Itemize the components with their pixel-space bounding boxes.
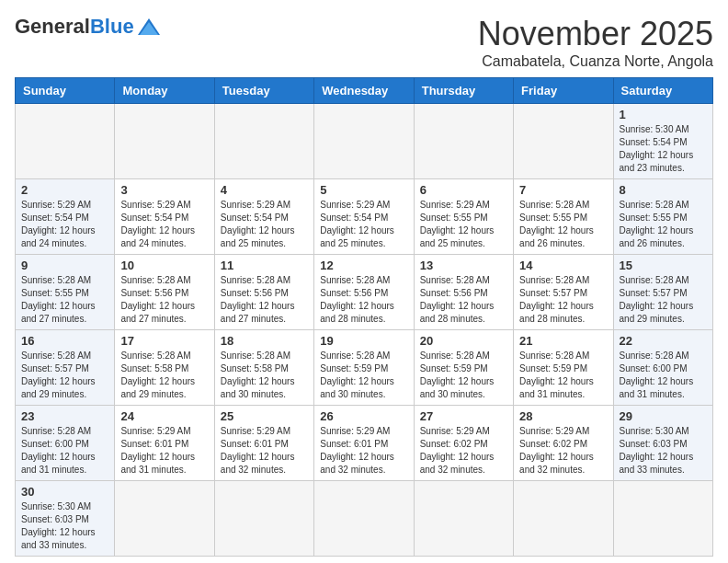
calendar-table: Sunday Monday Tuesday Wednesday Thursday… bbox=[15, 77, 713, 557]
day-12: 12 Sunrise: 5:28 AM Sunset: 5:56 PM Dayl… bbox=[314, 255, 414, 330]
day-13: 13 Sunrise: 5:28 AM Sunset: 5:56 PM Dayl… bbox=[414, 255, 513, 330]
day-18: 18 Sunrise: 5:28 AM Sunset: 5:58 PM Dayl… bbox=[214, 330, 313, 406]
empty-cell bbox=[16, 104, 115, 179]
logo-icon bbox=[136, 17, 162, 37]
day-6: 6 Sunrise: 5:29 AM Sunset: 5:55 PM Dayli… bbox=[414, 179, 513, 255]
week-row-6: 30 Sunrise: 5:30 AM Sunset: 6:03 PM Dayl… bbox=[16, 481, 713, 557]
empty-cell bbox=[414, 481, 513, 557]
title-area: November 2025 Camabatela, Cuanza Norte, … bbox=[478, 15, 713, 70]
day-10: 10 Sunrise: 5:28 AM Sunset: 5:56 PM Dayl… bbox=[115, 255, 214, 330]
day-28: 28 Sunrise: 5:29 AM Sunset: 6:02 PM Dayl… bbox=[514, 406, 613, 481]
week-row-3: 9 Sunrise: 5:28 AM Sunset: 5:55 PM Dayli… bbox=[16, 255, 713, 330]
day-9: 9 Sunrise: 5:28 AM Sunset: 5:55 PM Dayli… bbox=[16, 255, 115, 330]
week-row-4: 16 Sunrise: 5:28 AM Sunset: 5:57 PM Dayl… bbox=[16, 330, 713, 406]
day-17: 17 Sunrise: 5:28 AM Sunset: 5:58 PM Dayl… bbox=[115, 330, 214, 406]
day-22: 22 Sunrise: 5:28 AM Sunset: 6:00 PM Dayl… bbox=[613, 330, 712, 406]
location-subtitle: Camabatela, Cuanza Norte, Angola bbox=[478, 53, 713, 70]
weekday-header-row: Sunday Monday Tuesday Wednesday Thursday… bbox=[16, 78, 713, 104]
day-15: 15 Sunrise: 5:28 AM Sunset: 5:57 PM Dayl… bbox=[613, 255, 712, 330]
header-wednesday: Wednesday bbox=[314, 78, 414, 104]
week-row-2: 2 Sunrise: 5:29 AM Sunset: 5:54 PM Dayli… bbox=[16, 179, 713, 255]
empty-cell bbox=[414, 104, 513, 179]
day-1: 1 Sunrise: 5:30 AM Sunset: 5:54 PM Dayli… bbox=[613, 104, 712, 179]
day-8: 8 Sunrise: 5:28 AM Sunset: 5:55 PM Dayli… bbox=[613, 179, 712, 255]
empty-cell bbox=[514, 104, 613, 179]
logo-general-text: General bbox=[15, 15, 90, 39]
day-11: 11 Sunrise: 5:28 AM Sunset: 5:56 PM Dayl… bbox=[214, 255, 313, 330]
day-23: 23 Sunrise: 5:28 AM Sunset: 6:00 PM Dayl… bbox=[16, 406, 115, 481]
empty-cell bbox=[314, 481, 414, 557]
empty-cell bbox=[115, 481, 214, 557]
header-thursday: Thursday bbox=[414, 78, 513, 104]
empty-cell bbox=[314, 104, 414, 179]
day-30: 30 Sunrise: 5:30 AM Sunset: 6:03 PM Dayl… bbox=[16, 481, 115, 557]
week-row-5: 23 Sunrise: 5:28 AM Sunset: 6:00 PM Dayl… bbox=[16, 406, 713, 481]
header-sunday: Sunday bbox=[16, 78, 115, 104]
day-2: 2 Sunrise: 5:29 AM Sunset: 5:54 PM Dayli… bbox=[16, 179, 115, 255]
month-title: November 2025 bbox=[478, 15, 713, 53]
empty-cell bbox=[613, 481, 712, 557]
logo: General Blue bbox=[15, 15, 162, 39]
day-16: 16 Sunrise: 5:28 AM Sunset: 5:57 PM Dayl… bbox=[16, 330, 115, 406]
day-24: 24 Sunrise: 5:29 AM Sunset: 6:01 PM Dayl… bbox=[115, 406, 214, 481]
day-27: 27 Sunrise: 5:29 AM Sunset: 6:02 PM Dayl… bbox=[414, 406, 513, 481]
week-row-1: 1 Sunrise: 5:30 AM Sunset: 5:54 PM Dayli… bbox=[16, 104, 713, 179]
day-21: 21 Sunrise: 5:28 AM Sunset: 5:59 PM Dayl… bbox=[514, 330, 613, 406]
empty-cell bbox=[214, 481, 313, 557]
header-saturday: Saturday bbox=[613, 78, 712, 104]
day-25: 25 Sunrise: 5:29 AM Sunset: 6:01 PM Dayl… bbox=[214, 406, 313, 481]
header-friday: Friday bbox=[514, 78, 613, 104]
day-7: 7 Sunrise: 5:28 AM Sunset: 5:55 PM Dayli… bbox=[514, 179, 613, 255]
day-19: 19 Sunrise: 5:28 AM Sunset: 5:59 PM Dayl… bbox=[314, 330, 414, 406]
header-monday: Monday bbox=[115, 78, 214, 104]
day-26: 26 Sunrise: 5:29 AM Sunset: 6:01 PM Dayl… bbox=[314, 406, 414, 481]
day-20: 20 Sunrise: 5:28 AM Sunset: 5:59 PM Dayl… bbox=[414, 330, 513, 406]
day-5: 5 Sunrise: 5:29 AM Sunset: 5:54 PM Dayli… bbox=[314, 179, 414, 255]
day-29: 29 Sunrise: 5:30 AM Sunset: 6:03 PM Dayl… bbox=[613, 406, 712, 481]
day-3: 3 Sunrise: 5:29 AM Sunset: 5:54 PM Dayli… bbox=[115, 179, 214, 255]
header-tuesday: Tuesday bbox=[214, 78, 313, 104]
logo-blue-text: Blue bbox=[90, 15, 134, 39]
empty-cell bbox=[115, 104, 214, 179]
empty-cell bbox=[514, 481, 613, 557]
day-4: 4 Sunrise: 5:29 AM Sunset: 5:54 PM Dayli… bbox=[214, 179, 313, 255]
page-header: General Blue November 2025 Camabatela, C… bbox=[15, 15, 713, 70]
day-14: 14 Sunrise: 5:28 AM Sunset: 5:57 PM Dayl… bbox=[514, 255, 613, 330]
empty-cell bbox=[214, 104, 313, 179]
